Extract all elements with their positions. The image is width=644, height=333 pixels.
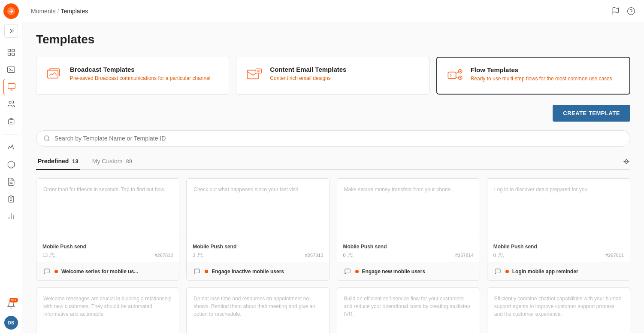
search-icon bbox=[43, 135, 50, 142]
create-button-row: CREATE TEMPLATE bbox=[36, 105, 630, 122]
svg-rect-8 bbox=[8, 120, 14, 124]
flow-card-4-footer-icon bbox=[493, 267, 502, 276]
svg-point-28 bbox=[51, 253, 53, 255]
svg-rect-4 bbox=[12, 53, 14, 56]
flow-card-4-preview: Log in to discover deals prepared for yo… bbox=[487, 179, 630, 239]
svg-rect-12 bbox=[10, 196, 12, 197]
sidebar-item-audit[interactable] bbox=[3, 191, 19, 207]
sidebar-item-dashboard[interactable] bbox=[3, 45, 19, 60]
page-title: Templates bbox=[36, 33, 630, 46]
flow-indicator-dot bbox=[54, 270, 58, 273]
sidebar-item-analytics[interactable] bbox=[3, 140, 19, 155]
flow-card-3-footer: Engage new mobile users bbox=[337, 263, 480, 280]
sidebar-item-reports[interactable] bbox=[3, 208, 19, 224]
broadcast-desc: Pre-saved Broadcast communications for a… bbox=[70, 75, 211, 82]
flow-card-7-preview: Build an efficient self-service flow for… bbox=[337, 288, 480, 333]
flow-template-text: Flow Templates Ready to use multi-step f… bbox=[471, 66, 612, 82]
flow-card-2-preview: Check out what happened since your last … bbox=[187, 179, 329, 239]
notifications-button[interactable]: 99+ bbox=[3, 297, 19, 312]
create-template-button[interactable]: CREATE TEMPLATE bbox=[553, 105, 630, 122]
tab-my-custom[interactable]: My Custom 89 bbox=[91, 153, 134, 170]
flow-card-1[interactable]: Order food for friends in seconds. Tap t… bbox=[36, 178, 179, 281]
flow-card-4[interactable]: Log in to discover deals prepared for yo… bbox=[487, 178, 630, 281]
svg-point-26 bbox=[460, 77, 461, 78]
svg-rect-22 bbox=[448, 72, 456, 79]
email-icon bbox=[245, 66, 264, 85]
tab-predefined[interactable]: Predefined 13 bbox=[36, 153, 80, 170]
flow-indicator-dot-2 bbox=[205, 270, 208, 273]
flow-card-2[interactable]: Check out what happened since your last … bbox=[186, 178, 330, 281]
breadcrumb-current: Templates bbox=[60, 8, 88, 15]
template-type-cards: Broadcast Templates Pre-saved Broadcast … bbox=[36, 57, 630, 95]
flow-card-3-body: Mobile Push send 0 #267814 bbox=[337, 239, 480, 263]
broadcast-template-text: Broadcast Templates Pre-saved Broadcast … bbox=[70, 66, 211, 82]
broadcast-title: Broadcast Templates bbox=[70, 66, 211, 73]
flow-card-3-footer-icon bbox=[343, 267, 352, 276]
flow-card-5-preview: Welcome messages are crucial in building… bbox=[36, 288, 179, 333]
expand-sidebar-button[interactable] bbox=[4, 24, 18, 38]
email-template-text: Content Email Templates Content rich ema… bbox=[270, 66, 346, 82]
content-area: Templates Broadcast Templates Pre-saved … bbox=[22, 22, 644, 333]
breadcrumb: Moments / Templates bbox=[31, 8, 88, 15]
svg-point-7 bbox=[9, 101, 11, 103]
search-input[interactable] bbox=[54, 135, 623, 142]
sidebar-bottom: 99+ DS bbox=[3, 297, 19, 330]
app-logo[interactable] bbox=[3, 3, 19, 19]
avatar[interactable]: DS bbox=[4, 316, 18, 330]
flow-cards-grid: Order food for friends in seconds. Tap t… bbox=[36, 178, 630, 281]
broadcast-icon bbox=[45, 66, 64, 85]
sidebar-item-bot[interactable] bbox=[3, 113, 19, 129]
flow-card-5[interactable]: Welcome messages are crucial in building… bbox=[36, 287, 179, 333]
topbar-actions bbox=[611, 7, 635, 15]
svg-rect-21 bbox=[256, 69, 262, 73]
email-template-card[interactable]: Content Email Templates Content rich ema… bbox=[236, 57, 429, 95]
svg-point-25 bbox=[460, 70, 461, 72]
sidebar-item-terminal[interactable] bbox=[3, 62, 19, 77]
sort-button[interactable] bbox=[623, 158, 630, 165]
flow-card-2-body: Mobile Push send 3 #267813 bbox=[187, 239, 329, 263]
svg-rect-3 bbox=[8, 53, 10, 56]
flow-card-1-footer: Welcome series for mobile us... bbox=[36, 263, 179, 280]
sidebar-item-campaigns[interactable] bbox=[3, 79, 19, 95]
notification-badge: 99+ bbox=[9, 298, 18, 302]
flow-card-7[interactable]: Build an efficient self-service flow for… bbox=[337, 287, 480, 333]
flow-indicator-dot-3 bbox=[355, 270, 359, 273]
flow-card-8-preview: Efficiently combine chatbot capabilities… bbox=[487, 288, 630, 333]
svg-point-17 bbox=[628, 7, 635, 15]
flow-desc: Ready to use multi-step flows for the mo… bbox=[471, 75, 612, 82]
flow-card-1-body: Mobile Push send 13 #267812 bbox=[36, 239, 179, 263]
sidebar-item-content[interactable] bbox=[3, 174, 19, 189]
flow-card-2-meta: 3 #267813 bbox=[193, 252, 323, 258]
svg-rect-2 bbox=[12, 49, 14, 52]
flow-card-4-footer: Login mobile app reminder bbox=[487, 263, 630, 280]
svg-point-27 bbox=[44, 136, 49, 141]
flow-card-8[interactable]: Efficiently combine chatbot capabilities… bbox=[487, 287, 630, 333]
svg-point-31 bbox=[499, 253, 501, 255]
sidebar-item-segments[interactable] bbox=[3, 157, 19, 172]
breadcrumb-parent[interactable]: Moments bbox=[31, 8, 56, 15]
sidebar: 99+ DS bbox=[0, 0, 22, 333]
flow-card-3-meta: 0 #267814 bbox=[343, 252, 474, 258]
flow-card-3-count: 0 bbox=[343, 252, 354, 258]
sidebar-item-audience[interactable] bbox=[3, 96, 19, 112]
flow-cards-grid-row2: Welcome messages are crucial in building… bbox=[36, 287, 630, 333]
flow-card-4-meta: 0 #267811 bbox=[493, 252, 624, 258]
flow-card-2-count: 3 bbox=[193, 252, 203, 258]
flow-card-1-count: 13 bbox=[42, 252, 55, 258]
email-desc: Content rich email designs bbox=[270, 75, 346, 82]
flow-card-2-footer: Engage inactive mobile users bbox=[187, 263, 329, 280]
flow-template-card[interactable]: Flow Templates Ready to use multi-step f… bbox=[436, 57, 630, 95]
flow-card-1-footer-icon bbox=[42, 267, 51, 276]
flow-card-1-meta: 13 #267812 bbox=[42, 252, 173, 258]
flow-icon bbox=[446, 66, 465, 85]
svg-rect-6 bbox=[8, 84, 15, 89]
sidebar-nav bbox=[3, 45, 19, 297]
broadcast-template-card[interactable]: Broadcast Templates Pre-saved Broadcast … bbox=[36, 57, 229, 95]
flow-card-6[interactable]: Do not lose time and resources on appoin… bbox=[186, 287, 330, 333]
main-wrapper: Moments / Templates Templates bbox=[22, 0, 644, 333]
flag-icon[interactable] bbox=[611, 7, 620, 15]
flow-card-6-preview: Do not lose time and resources on appoin… bbox=[187, 288, 329, 333]
help-icon[interactable] bbox=[627, 7, 635, 15]
flow-card-3[interactable]: Make secure money transfers from your ph… bbox=[337, 178, 480, 281]
flow-card-2-footer-icon bbox=[193, 267, 201, 276]
